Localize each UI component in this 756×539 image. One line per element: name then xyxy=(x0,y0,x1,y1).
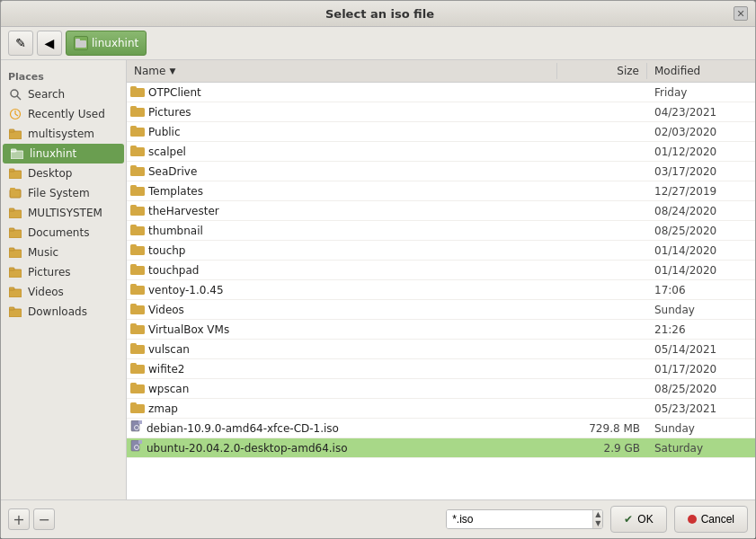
ok-label: OK xyxy=(637,513,653,526)
sidebar-item-multisystem[interactable]: multisystem xyxy=(1,124,126,144)
file-row[interactable]: ubuntu-20.04.2.0-desktop-amd64.iso2.9 GB… xyxy=(127,438,755,458)
back-button[interactable]: ◀ xyxy=(37,31,62,56)
file-modified: 01/14/2020 xyxy=(647,243,755,259)
file-row[interactable]: thumbnail08/25/2020 xyxy=(127,221,755,241)
file-name: zmap xyxy=(148,402,178,415)
file-row[interactable]: wpscan08/25/2020 xyxy=(127,379,755,399)
remove-icon: − xyxy=(38,511,49,528)
file-modified: Saturday xyxy=(647,440,755,456)
sidebar-item-videos[interactable]: Videos xyxy=(1,282,126,302)
add-icon: + xyxy=(13,511,24,528)
svg-line-6 xyxy=(15,114,18,116)
file-size xyxy=(557,130,647,134)
file-name: Pictures xyxy=(148,106,191,119)
recently-used-icon xyxy=(8,107,22,121)
svg-rect-16 xyxy=(9,208,14,211)
sidebar-item-desktop[interactable]: Desktop xyxy=(1,163,126,183)
filter-arrows[interactable]: ▲ ▼ xyxy=(592,510,602,527)
svg-rect-67 xyxy=(138,440,142,444)
svg-rect-30 xyxy=(130,106,137,110)
sidebar-item-recently-used[interactable]: Recently Used xyxy=(1,104,126,124)
file-list-scroll[interactable]: OTPClientFridayPictures04/23/2021Public0… xyxy=(127,83,755,499)
file-name-cell: scalpel xyxy=(127,143,557,161)
file-name: SeaDrive xyxy=(148,165,197,178)
file-name: debian-10.9.0-amd64-xfce-CD-1.iso xyxy=(147,422,339,435)
file-row[interactable]: scalpel01/12/2020 xyxy=(127,142,755,162)
file-name: touchp xyxy=(148,244,185,257)
filter-input[interactable] xyxy=(447,510,592,528)
file-modified: 05/14/2021 xyxy=(647,341,755,358)
file-row[interactable]: VideosSunday xyxy=(127,300,755,320)
file-row[interactable]: wifite201/17/2020 xyxy=(127,359,755,379)
remove-bookmark-button[interactable]: − xyxy=(33,508,55,530)
file-row[interactable]: touchp01/14/2020 xyxy=(127,241,755,261)
sidebar-item-label-downloads: Downloads xyxy=(28,305,87,318)
file-modified: Friday xyxy=(647,84,755,101)
ok-button[interactable]: ✔ OK xyxy=(610,506,666,533)
file-modified: 17:06 xyxy=(647,282,755,298)
sidebar-item-downloads[interactable]: Downloads xyxy=(1,302,126,322)
iso-file-icon xyxy=(130,420,143,436)
file-size xyxy=(557,170,647,173)
file-row[interactable]: Templates12/27/2019 xyxy=(127,181,755,201)
column-modified: Modified xyxy=(647,63,755,79)
svg-rect-48 xyxy=(130,284,137,287)
svg-rect-20 xyxy=(9,248,14,251)
file-size xyxy=(557,308,647,312)
file-row[interactable]: touchpad01/14/2020 xyxy=(127,261,755,280)
file-size xyxy=(557,269,647,272)
file-name-cell: Videos xyxy=(127,301,557,319)
toolbar: ✎ ◀ linuxhint xyxy=(1,27,755,60)
file-size xyxy=(557,249,647,252)
file-row[interactable]: vulscan05/14/2021 xyxy=(127,340,755,359)
sidebar-item-label-search: Search xyxy=(28,88,65,101)
file-row[interactable]: Public02/03/2020 xyxy=(127,122,755,142)
bottom-right: ▲ ▼ ✔ OK Cancel xyxy=(446,506,748,533)
file-modified: 05/23/2021 xyxy=(647,401,755,417)
edit-button[interactable]: ✎ xyxy=(8,31,33,56)
breadcrumb-linuxhint[interactable]: linuxhint xyxy=(66,31,147,56)
file-row[interactable]: Pictures04/23/2021 xyxy=(127,102,755,122)
sidebar-item-label-recently-used: Recently Used xyxy=(28,108,105,120)
sidebar-item-documents[interactable]: Documents xyxy=(1,223,126,243)
filter-down-arrow[interactable]: ▼ xyxy=(595,519,600,528)
breadcrumb-label: linuxhint xyxy=(92,37,138,49)
svg-rect-42 xyxy=(130,225,137,228)
sidebar-item-pictures[interactable]: Pictures xyxy=(1,262,126,282)
folder-icon xyxy=(130,362,145,376)
file-size xyxy=(557,407,647,411)
file-row[interactable]: debian-10.9.0-amd64-xfce-CD-1.iso729.8 M… xyxy=(127,419,755,438)
desktop-icon xyxy=(8,166,22,181)
file-row[interactable]: theHarvester08/24/2020 xyxy=(127,201,755,221)
sidebar-item-label-music: Music xyxy=(28,246,58,259)
file-size xyxy=(557,288,647,292)
cancel-button[interactable]: Cancel xyxy=(674,506,748,533)
file-size xyxy=(557,190,647,193)
file-row[interactable]: VirtualBox VMs21:26 xyxy=(127,320,755,340)
sidebar-item-file-system[interactable]: File System xyxy=(1,183,126,203)
sidebar-item-multisystem2[interactable]: MULTISYSTEM xyxy=(1,203,126,223)
add-bookmark-button[interactable]: + xyxy=(8,508,30,530)
file-modified: 01/14/2020 xyxy=(647,262,755,278)
folder-icon xyxy=(130,105,145,119)
file-size xyxy=(557,91,647,94)
file-name: ubuntu-20.04.2.0-desktop-amd64.iso xyxy=(147,442,348,455)
file-row[interactable]: SeaDrive03/17/2020 xyxy=(127,162,755,181)
sidebar-item-search[interactable]: Search xyxy=(1,84,126,104)
file-row[interactable]: ventoy-1.0.4517:06 xyxy=(127,280,755,300)
bottom-left: + − xyxy=(8,508,55,530)
sidebar-item-music[interactable]: Music xyxy=(1,243,126,262)
file-name: VirtualBox VMs xyxy=(148,323,229,336)
file-size xyxy=(557,209,647,213)
close-button[interactable]: ✕ xyxy=(734,6,748,21)
file-name-cell: Pictures xyxy=(127,103,557,121)
file-name: wifite2 xyxy=(148,363,184,376)
file-modified: 04/23/2021 xyxy=(647,104,755,120)
title-bar: Select an iso file ✕ xyxy=(1,1,755,27)
sidebar-item-linuxhint[interactable]: linuxhint xyxy=(3,144,124,163)
file-row[interactable]: OTPClientFriday xyxy=(127,83,755,102)
file-name: touchpad xyxy=(148,264,199,277)
file-name-cell: vulscan xyxy=(127,340,557,358)
file-row[interactable]: zmap05/23/2021 xyxy=(127,399,755,419)
filter-up-arrow[interactable]: ▲ xyxy=(595,510,600,519)
